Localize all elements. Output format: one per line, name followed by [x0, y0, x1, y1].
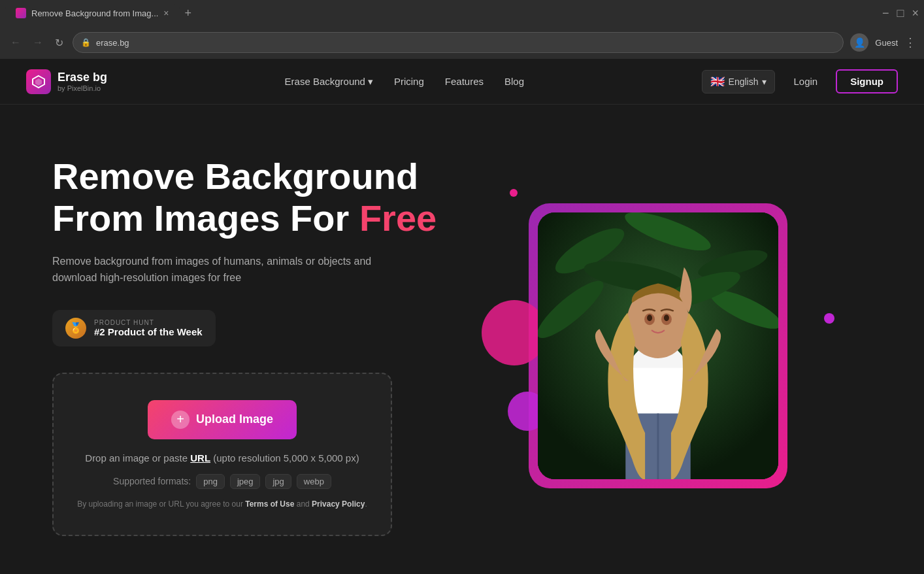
terms-prefix: By uploading an image or URL you agree t…: [77, 499, 245, 509]
lang-chevron-icon: ▾: [762, 76, 767, 87]
nav-item-blog[interactable]: Blog: [504, 76, 524, 87]
svg-point-17: [647, 314, 652, 321]
deco-dot-top: [510, 189, 518, 197]
format-jpeg: jpeg: [230, 474, 261, 489]
privacy-policy-link[interactable]: Privacy Policy: [312, 499, 365, 509]
refresh-btn[interactable]: ↻: [52, 34, 66, 52]
formats-label: Supported formats:: [113, 476, 191, 486]
forward-btn[interactable]: →: [30, 34, 46, 51]
upload-plus-icon: +: [171, 411, 190, 429]
hero-right: [444, 182, 872, 509]
nav-item-pricing[interactable]: Pricing: [394, 76, 424, 87]
logo-text: Erase bg by PixelBin.io: [58, 71, 107, 93]
active-tab[interactable]: Remove Background from Imag... ×: [5, 4, 180, 22]
nav-actions: 🇬🇧 English ▾ Login Signup: [702, 69, 898, 93]
terms-suffix: .: [365, 499, 367, 509]
nav-link-blog[interactable]: Blog: [504, 76, 524, 87]
chevron-down-icon: ▾: [368, 76, 373, 88]
tab-close-btn[interactable]: ×: [163, 8, 169, 18]
tab-title: Remove Background from Imag...: [31, 8, 158, 18]
login-button[interactable]: Login: [783, 71, 828, 92]
product-hunt-badge: 🏅 PRODUCT HUNT #2 Product of the Week: [52, 310, 216, 346]
drop-text-prefix: Drop an image or paste: [85, 452, 190, 464]
nav-item-erase[interactable]: Erase Background ▾: [285, 76, 373, 88]
drop-text: Drop an image or paste URL (upto resolut…: [73, 452, 371, 464]
tab-favicon: [16, 8, 26, 18]
nav-link-features[interactable]: Features: [445, 76, 484, 87]
product-hunt-icon: 🏅: [65, 318, 86, 339]
hero-image-container: [534, 209, 782, 483]
language-selector[interactable]: 🇬🇧 English ▾: [702, 70, 776, 93]
profile-icon[interactable]: 👤: [850, 33, 868, 52]
nav-item-features[interactable]: Features: [445, 76, 484, 87]
guest-label: Guest: [875, 38, 898, 48]
browser-menu-btn[interactable]: ⋮: [904, 35, 916, 50]
browser-toolbar: ← → ↻ 🔒 erase.bg 👤 Guest ⋮: [0, 26, 924, 59]
drop-text-suffix: (upto resolution 5,000 x 5,000 px): [210, 452, 359, 464]
main-nav: Erase bg by PixelBin.io Erase Background…: [0, 59, 924, 105]
back-btn[interactable]: ←: [8, 34, 24, 51]
deco-circle-pink: [482, 300, 547, 365]
logo-title: Erase bg: [58, 71, 107, 85]
flag-icon: 🇬🇧: [710, 75, 725, 89]
logo-subtitle: by PixelBin.io: [58, 84, 107, 92]
maximize-btn[interactable]: □: [897, 7, 904, 20]
terms-of-use-link[interactable]: Terms of Use: [245, 499, 294, 509]
hero-title-line2-prefix: From Images For: [52, 197, 359, 239]
format-png: png: [196, 474, 225, 489]
url-text: erase.bg: [96, 38, 129, 48]
website-content: Erase bg by PixelBin.io Erase Background…: [0, 59, 924, 574]
hero-title: Remove Background From Images For Free: [52, 156, 444, 240]
deco-circle-small: [824, 313, 834, 324]
format-webp: webp: [297, 474, 331, 489]
minimize-btn[interactable]: −: [882, 7, 889, 20]
logo-icon: [26, 69, 51, 94]
address-bar[interactable]: 🔒 erase.bg: [73, 32, 844, 53]
hero-section: Remove Background From Images For Free R…: [0, 105, 924, 574]
browser-chrome: Remove Background from Imag... × + − □ ×…: [0, 0, 924, 59]
new-tab-btn[interactable]: +: [180, 4, 197, 23]
hero-left-content: Remove Background From Images For Free R…: [52, 156, 444, 536]
product-hunt-text: PRODUCT HUNT #2 Product of the Week: [94, 319, 203, 337]
svg-marker-1: [35, 78, 42, 86]
svg-point-18: [664, 314, 669, 321]
hero-image-placeholder: [538, 212, 778, 479]
svg-rect-11: [629, 368, 687, 417]
upload-button-label: Upload Image: [196, 413, 273, 426]
lang-label: English: [729, 76, 759, 87]
format-jpg: jpg: [265, 474, 291, 489]
upload-area: + Upload Image Drop an image or paste UR…: [52, 373, 392, 536]
terms-text: By uploading an image or URL you agree t…: [73, 499, 371, 509]
ph-value: #2 Product of the Week: [94, 326, 203, 337]
upload-button[interactable]: + Upload Image: [148, 400, 297, 439]
lock-icon: 🔒: [81, 38, 91, 47]
nav-link-pricing[interactable]: Pricing: [394, 76, 424, 87]
signup-button[interactable]: Signup: [836, 69, 898, 93]
tab-bar: Remove Background from Imag... × + − □ ×: [0, 0, 924, 26]
url-link[interactable]: URL: [190, 452, 210, 464]
hero-title-line1: Remove Background: [52, 156, 418, 197]
hero-subtitle: Remove background from images of humans,…: [52, 253, 379, 286]
hero-image-frame: [538, 212, 778, 479]
logo-link[interactable]: Erase bg by PixelBin.io: [26, 69, 107, 94]
terms-and: and: [294, 499, 312, 509]
nav-links: Erase Background ▾ Pricing Features Blog: [285, 76, 525, 88]
hero-title-free: Free: [359, 197, 437, 239]
close-window-btn[interactable]: ×: [912, 7, 919, 20]
formats-row: Supported formats: png jpeg jpg webp: [73, 474, 371, 489]
nav-link-erase-background[interactable]: Erase Background ▾: [285, 76, 373, 88]
ph-label: PRODUCT HUNT: [94, 319, 203, 326]
